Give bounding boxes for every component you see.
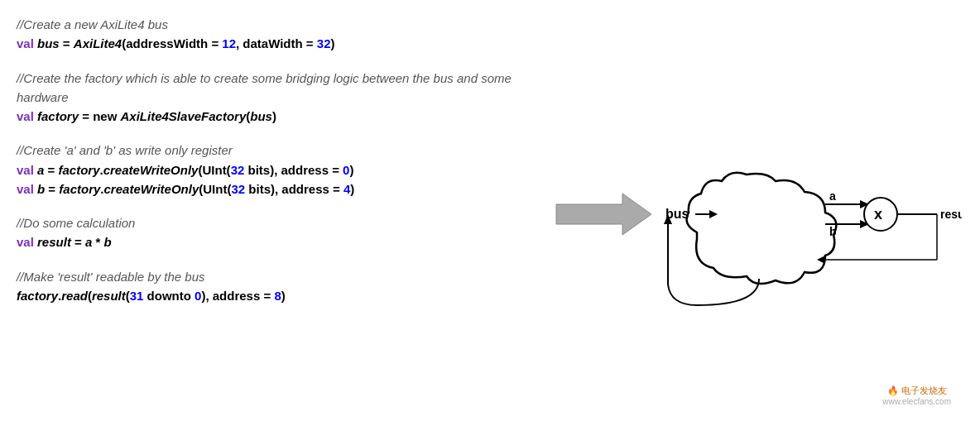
a-label: a	[829, 189, 836, 203]
var-b-ref: b	[104, 235, 112, 249]
arg-bus: bus	[250, 109, 272, 123]
fn-cwo-a: createWriteOnly	[103, 163, 199, 177]
result-label: result	[940, 208, 962, 221]
kw-val-2: val	[17, 109, 37, 123]
code-block-4: //Do some calculation val result = a * b	[17, 213, 521, 252]
var-factory-3a: factory	[58, 163, 99, 177]
comment-3: //Create 'a' and 'b' as write only regis…	[17, 141, 521, 160]
diagram-svg: bus a b x result	[531, 82, 962, 347]
comment-4: //Do some calculation	[17, 213, 521, 232]
num-32-3: 32	[231, 182, 245, 196]
var-factory-3b: factory	[59, 182, 100, 196]
var-result-ref: result	[92, 289, 126, 303]
code-block-5: //Make 'result' readable by the bus fact…	[17, 267, 521, 306]
code-line-3a: val a = factory.createWriteOnly(UInt(32 …	[17, 160, 521, 179]
comment-1: //Create a new AxiLite4 bus	[17, 15, 521, 34]
num-0: 0	[343, 163, 349, 177]
kw-val-1: val	[17, 36, 37, 50]
num-12: 12	[222, 36, 236, 50]
code-line-5: factory.read(result(31 downto 0), addres…	[17, 286, 521, 305]
kw-val-3a: val	[17, 163, 37, 177]
num-32-1: 32	[317, 36, 331, 50]
diagram-section: bus a b x result	[530, 15, 963, 413]
kw-val-3b: val	[17, 182, 37, 196]
var-factory-5: factory	[17, 289, 58, 303]
comment-2: //Create the factory which is able to cr…	[17, 69, 521, 108]
code-block-2: //Create the factory which is able to cr…	[17, 69, 521, 127]
code-line-3b: val b = factory.createWriteOnly(UInt(32 …	[17, 179, 521, 199]
comment-5: //Make 'result' readable by the bus	[17, 267, 521, 286]
var-factory: factory	[37, 109, 79, 123]
fn-read: read	[61, 289, 88, 303]
cloud-shape	[687, 172, 837, 283]
num-31: 31	[130, 289, 144, 303]
code-line-4: val result = a * b	[17, 232, 521, 251]
num-32-2: 32	[231, 163, 245, 177]
code-section: //Create a new AxiLite4 bus val bus = Ax…	[17, 15, 530, 413]
var-bus: bus	[37, 36, 60, 50]
watermark-logo: 🔥 电子发烧友	[882, 385, 951, 397]
code-block-3: //Create 'a' and 'b' as write only regis…	[17, 141, 521, 199]
fn-cwo-b: createWriteOnly	[104, 182, 199, 196]
fn-axilite4: AxiLite4	[74, 36, 122, 50]
code-block-1: //Create a new AxiLite4 bus val bus = Ax…	[17, 15, 521, 54]
kw-val-4: val	[17, 235, 37, 249]
var-a: a	[37, 163, 44, 177]
watermark-url: www.elecfans.com	[882, 397, 951, 406]
right-arrow	[556, 194, 651, 235]
num-8: 8	[274, 289, 281, 303]
num-4: 4	[343, 182, 350, 196]
var-result: result	[37, 235, 71, 249]
kw-new: new	[93, 109, 120, 123]
watermark: 🔥 电子发烧友 www.elecfans.com	[882, 385, 951, 406]
num-0b: 0	[195, 289, 201, 303]
code-line-2: val factory = new AxiLite4SlaveFactory(b…	[17, 107, 521, 126]
x-label: x	[874, 206, 882, 222]
code-line-1: val bus = AxiLite4(addressWidth = 12, da…	[17, 34, 521, 53]
var-a-ref: a	[85, 235, 92, 249]
var-b: b	[37, 182, 45, 196]
b-label: b	[829, 225, 837, 238]
fn-factory: AxiLite4SlaveFactory	[121, 109, 247, 123]
